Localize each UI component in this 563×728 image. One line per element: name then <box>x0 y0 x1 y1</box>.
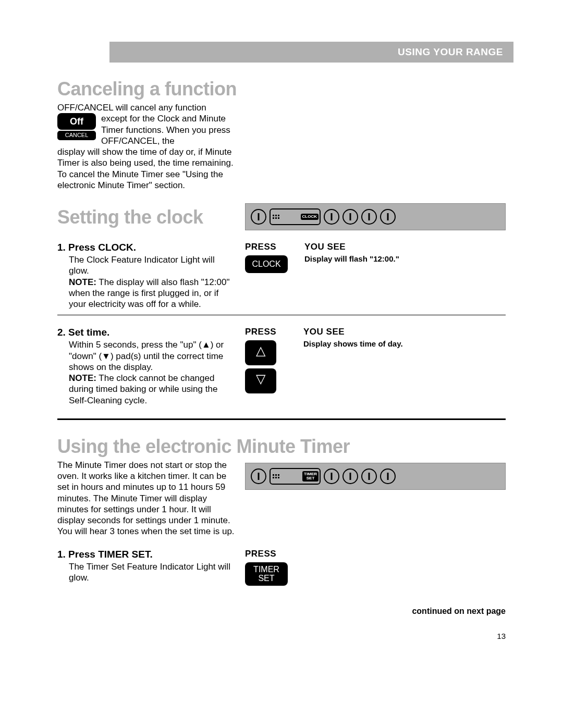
cancel-after-text: display will show the time of day or, if… <box>57 146 235 191</box>
knob-icon <box>251 468 266 484</box>
display-label: CLOCK <box>301 214 319 220</box>
press-head: PRESS <box>245 242 288 252</box>
timer-intro: The Minute Timer does not start or stop … <box>57 460 235 537</box>
indicator-dots-icon <box>273 215 279 219</box>
display-screen: TIMER SET <box>270 468 321 485</box>
knob-icon <box>342 209 358 225</box>
knob-icon <box>380 468 396 484</box>
step1-desc: The Clock Feature Indicator Light will g… <box>69 255 215 276</box>
page-number: 13 <box>57 632 506 640</box>
section-header-text: USING YOUR RANGE <box>398 46 503 58</box>
timer-btn-line2: SET <box>258 574 274 583</box>
timer-display-panel: TIMER SET <box>245 463 506 490</box>
knob-icon <box>324 209 339 225</box>
clock-display-panel: CLOCK <box>245 203 506 230</box>
off-button: Off <box>57 113 96 130</box>
yousee-head: YOU SEE <box>303 327 506 337</box>
display-label-line2: SET <box>307 476 315 480</box>
timer-btn-line1: TIMER <box>253 565 279 574</box>
up-arrow-button-graphic: △ <box>245 340 276 365</box>
divider-heavy <box>57 418 506 420</box>
yousee-head: YOU SEE <box>304 242 506 252</box>
timer-step1-desc: The Timer Set Feature Indicator Light wi… <box>69 561 235 584</box>
display-label-timer: TIMER SET <box>302 471 319 482</box>
display-screen: CLOCK <box>270 208 321 225</box>
knob-icon <box>324 468 339 484</box>
yousee-text-2: Display shows time of day. <box>303 339 506 348</box>
note-label: NOTE: <box>69 373 96 383</box>
knob-icon <box>361 209 377 225</box>
timer-set-button-graphic: TIMER SET <box>245 562 288 586</box>
off-cancel-button-graphic: Off CANCEL <box>57 113 96 140</box>
step1-title: 1. Press CLOCK. <box>57 242 235 253</box>
indicator-dots-icon <box>273 474 279 478</box>
knob-icon <box>361 468 377 484</box>
heading-setting-clock: Setting the clock <box>57 206 235 228</box>
section-header-bar: USING YOUR RANGE <box>109 42 513 63</box>
step2-title: 2. Set time. <box>57 327 235 338</box>
continued-text: continued on next page <box>57 607 506 616</box>
knob-icon <box>342 468 358 484</box>
timer-step1-title: 1. Press TIMER SET. <box>57 549 235 560</box>
yousee-text-1: Display will flash "12:00." <box>304 254 506 263</box>
press-head: PRESS <box>245 549 288 559</box>
clock-button-graphic: CLOCK <box>245 255 288 273</box>
knob-icon <box>380 209 396 225</box>
press-head: PRESS <box>245 327 287 337</box>
heading-minute-timer: Using the electronic Minute Timer <box>57 436 506 458</box>
note-label: NOTE: <box>69 277 96 287</box>
knob-icon <box>251 209 266 225</box>
cancel-intro: OFF/CANCEL will cancel any function <box>57 102 235 113</box>
down-arrow-button-graphic: ▽ <box>245 368 276 393</box>
cancel-button-sub: CANCEL <box>57 131 96 140</box>
heading-canceling: Canceling a function <box>57 78 506 100</box>
cancel-wrap-text: except for the Clock and Minute Timer fu… <box>101 113 235 146</box>
step2-desc: Within 5 seconds, press the "up" (▲) or … <box>69 340 224 372</box>
